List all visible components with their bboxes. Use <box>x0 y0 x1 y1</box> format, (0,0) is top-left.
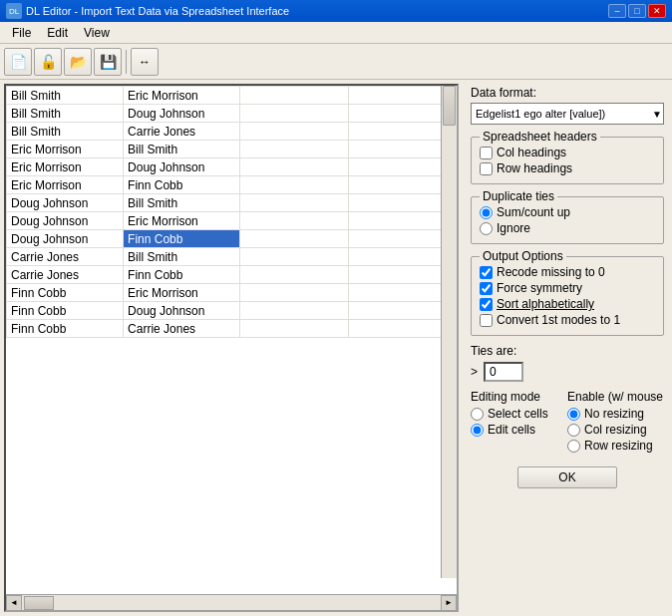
table-cell[interactable]: Doug Johnson <box>7 230 124 248</box>
table-cell[interactable] <box>240 194 348 212</box>
save-button[interactable]: 💾 <box>94 48 122 76</box>
title-bar-title: DL Editor - Import Text Data via Spreads… <box>26 5 289 17</box>
col-resizing-radio[interactable] <box>567 424 580 437</box>
table-cell[interactable]: Bill Smith <box>7 123 124 141</box>
table-cell[interactable]: Bill Smith <box>124 194 240 212</box>
table-cell[interactable]: Carrie Jones <box>124 320 240 338</box>
table-cell[interactable]: Finn Cobb <box>7 302 124 320</box>
table-row[interactable]: Bill SmithDoug Johnson <box>7 105 457 123</box>
table-cell[interactable]: Doug Johnson <box>7 194 124 212</box>
new-button[interactable]: 📄 <box>4 48 32 76</box>
table-cell[interactable]: Eric Morrison <box>7 141 124 158</box>
table-cell[interactable]: Eric Morrison <box>124 284 240 302</box>
table-cell[interactable] <box>240 302 348 320</box>
table-row[interactable]: Eric MorrisonDoug Johnson <box>7 158 457 176</box>
table-row[interactable]: Doug JohnsonFinn Cobb <box>7 230 457 248</box>
table-row[interactable]: Finn CobbCarrie Jones <box>7 320 457 338</box>
title-bar-left: DL DL Editor - Import Text Data via Spre… <box>6 3 289 19</box>
table-row[interactable]: Doug JohnsonBill Smith <box>7 194 457 212</box>
table-cell[interactable]: Bill Smith <box>124 248 240 266</box>
scroll-thumb-v[interactable] <box>443 86 456 126</box>
table-cell[interactable] <box>240 212 348 230</box>
table-row[interactable]: Bill SmithEric Morrison <box>7 87 457 105</box>
data-format-dropdown[interactable]: Edgelist1 ego alter [value]) <box>471 103 664 125</box>
row-headings-row: Row headings <box>480 161 655 175</box>
convert-1st-modes-checkbox[interactable] <box>480 314 493 327</box>
edit-cells-radio[interactable] <box>471 424 484 437</box>
table-row[interactable]: Finn CobbEric Morrison <box>7 284 457 302</box>
sort-alpha-checkbox[interactable] <box>480 298 493 311</box>
bottom-buttons: OK <box>471 466 664 488</box>
row-resizing-radio[interactable] <box>567 440 580 453</box>
open-button[interactable]: 📂 <box>64 48 92 76</box>
scroll-thumb-h[interactable] <box>24 596 54 610</box>
table-cell[interactable]: Finn Cobb <box>7 284 124 302</box>
table-cell[interactable] <box>240 266 348 284</box>
table-cell[interactable]: Eric Morrison <box>7 158 124 176</box>
table-row[interactable]: Bill SmithCarrie Jones <box>7 123 457 141</box>
table-cell[interactable]: Doug Johnson <box>124 158 240 176</box>
menu-file[interactable]: File <box>4 23 39 43</box>
arrow-button[interactable]: ↔ <box>131 48 159 76</box>
menu-edit[interactable]: Edit <box>39 23 76 43</box>
horizontal-scrollbar[interactable]: ◄ ► <box>6 594 457 610</box>
close-button[interactable]: ✕ <box>648 4 666 18</box>
table-cell[interactable]: Doug Johnson <box>7 212 124 230</box>
table-cell[interactable] <box>240 320 348 338</box>
sum-count-up-radio[interactable] <box>480 206 493 219</box>
sort-alpha-row: Sort alphabetically <box>480 297 655 311</box>
arrow-icon: ↔ <box>139 55 151 69</box>
table-cell[interactable] <box>240 176 348 194</box>
table-cell[interactable]: Finn Cobb <box>7 320 124 338</box>
table-cell[interactable]: Bill Smith <box>7 87 124 105</box>
scroll-left-button[interactable]: ◄ <box>6 595 22 611</box>
no-resizing-radio[interactable] <box>567 408 580 421</box>
ok-button[interactable]: OK <box>517 466 617 488</box>
select-cells-radio[interactable] <box>471 408 484 421</box>
table-row[interactable]: Doug JohnsonEric Morrison <box>7 212 457 230</box>
table-cell[interactable] <box>240 230 348 248</box>
table-cell[interactable] <box>240 141 348 158</box>
table-row[interactable]: Eric MorrisonBill Smith <box>7 141 457 158</box>
recode-missing-checkbox[interactable] <box>480 266 493 279</box>
table-cell[interactable] <box>240 105 348 123</box>
table-cell[interactable]: Eric Morrison <box>7 176 124 194</box>
table-row[interactable]: Eric MorrisonFinn Cobb <box>7 176 457 194</box>
table-cell[interactable]: Carrie Jones <box>7 248 124 266</box>
table-cell[interactable]: Eric Morrison <box>124 212 240 230</box>
open-locked-button[interactable]: 🔓 <box>34 48 62 76</box>
row-headings-checkbox[interactable] <box>480 162 493 175</box>
table-cell[interactable] <box>240 158 348 176</box>
maximize-button[interactable]: □ <box>628 4 646 18</box>
menu-view[interactable]: View <box>76 23 118 43</box>
ties-value-input[interactable] <box>484 362 523 382</box>
scroll-h-track[interactable] <box>22 595 441 611</box>
table-cell[interactable]: Eric Morrison <box>124 87 240 105</box>
force-symmetry-row: Force symmetry <box>480 281 655 295</box>
vertical-scrollbar[interactable] <box>441 86 457 578</box>
table-cell[interactable] <box>240 248 348 266</box>
table-cell[interactable]: Bill Smith <box>7 105 124 123</box>
spreadsheet-scroll[interactable]: Bill SmithEric MorrisonBill SmithDoug Jo… <box>6 86 457 594</box>
row-headings-label: Row headings <box>497 161 572 175</box>
data-format-label: Data format: <box>471 86 664 100</box>
table-cell[interactable] <box>240 87 348 105</box>
scroll-right-button[interactable]: ► <box>441 595 457 611</box>
table-cell[interactable] <box>240 123 348 141</box>
table-cell[interactable]: Carrie Jones <box>124 123 240 141</box>
table-row[interactable]: Carrie JonesFinn Cobb <box>7 266 457 284</box>
table-cell[interactable]: Doug Johnson <box>124 302 240 320</box>
table-cell[interactable]: Bill Smith <box>124 141 240 158</box>
col-headings-checkbox[interactable] <box>480 147 493 159</box>
table-row[interactable]: Finn CobbDoug Johnson <box>7 302 457 320</box>
table-cell[interactable]: Finn Cobb <box>124 176 240 194</box>
ignore-radio[interactable] <box>480 222 493 235</box>
table-cell[interactable]: Doug Johnson <box>124 105 240 123</box>
table-cell[interactable]: Carrie Jones <box>7 266 124 284</box>
minimize-button[interactable]: – <box>608 4 626 18</box>
force-symmetry-checkbox[interactable] <box>480 282 493 295</box>
table-cell[interactable]: Finn Cobb <box>124 266 240 284</box>
table-cell[interactable] <box>240 284 348 302</box>
table-cell[interactable]: Finn Cobb <box>124 230 240 248</box>
table-row[interactable]: Carrie JonesBill Smith <box>7 248 457 266</box>
